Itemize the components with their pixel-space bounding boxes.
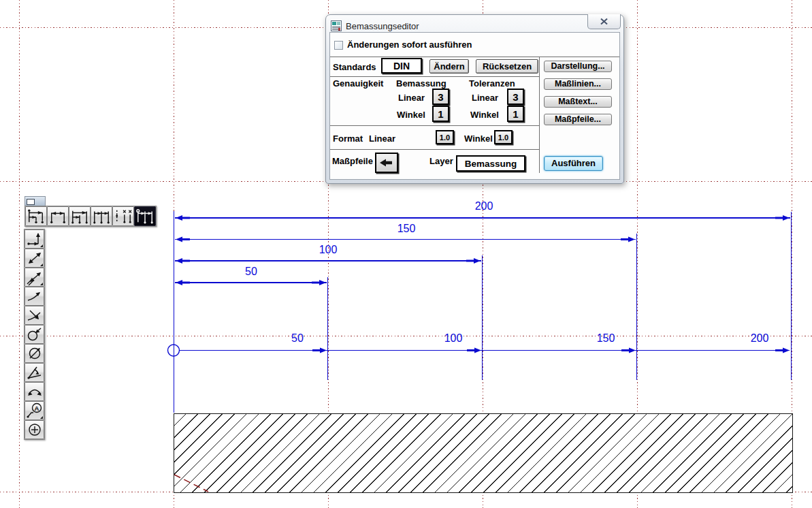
format-winkel-value[interactable]: 1.0 [494, 130, 513, 144]
radius-to-circle-icon [26, 326, 44, 343]
tool-arc-dimension-button[interactable] [25, 382, 44, 401]
format-linear-label: Linear [369, 133, 395, 144]
toleranzen-linear-value[interactable]: 3 [507, 89, 524, 105]
winkel-label: Winkel [397, 110, 425, 120]
datum-dimension-icon [26, 208, 46, 225]
flyout-indicator [40, 416, 43, 419]
ruecksetzen-button[interactable]: Rücksetzen [476, 59, 538, 74]
dimension-text[interactable]: 50 [291, 333, 304, 344]
masspfeile-label: Maßpfeile [332, 156, 373, 166]
separator [539, 57, 540, 173]
dimension-text[interactable]: 150 [397, 223, 416, 234]
dimension-text[interactable]: 200 [751, 333, 769, 344]
center-mark-icon [26, 421, 44, 439]
running-dimension-icon [135, 208, 155, 225]
aendern-button[interactable]: Ändern [429, 59, 469, 74]
genauigkeit-label: Genauigkeit [333, 78, 383, 89]
dialog-app-icon [331, 20, 342, 31]
close-icon [600, 18, 608, 25]
arc-dimension-icon [26, 383, 44, 400]
tool-crossed-radius-button[interactable] [25, 306, 44, 325]
separator [330, 57, 619, 57]
apply-immediately-checkbox[interactable] [334, 41, 343, 50]
dimension-text[interactable]: 200 [475, 201, 493, 212]
extension-lines[interactable] [174, 211, 792, 413]
bemassung-linear-value[interactable]: 3 [432, 89, 449, 105]
flyout-indicator [40, 283, 43, 285]
diameter-dimension-icon [26, 345, 44, 362]
format-label: Format [333, 133, 363, 144]
separator [330, 149, 539, 150]
close-button[interactable] [587, 14, 621, 29]
crossed-radius-icon [26, 306, 44, 324]
separator [330, 76, 539, 77]
tool-center-mark-button[interactable] [25, 420, 44, 439]
svg-text:A: A [34, 404, 39, 412]
dimension-toolbar: A [24, 229, 45, 440]
bemassung-winkel-value[interactable]: 1 [432, 106, 449, 122]
toleranzen-column-label: Toleranzen [469, 78, 515, 89]
tool-ordinate-dimension-button[interactable] [112, 206, 134, 226]
tool-datum-dimension-button[interactable] [25, 206, 47, 226]
layer-label: Layer [429, 156, 453, 166]
flyout-window-icon [27, 199, 35, 205]
linear-label: Linear [398, 93, 425, 103]
baseline-dimension-icon [69, 208, 90, 225]
ausfuehren-button[interactable]: Ausführen [544, 156, 603, 171]
dialog-title: Bemassungseditor [346, 21, 419, 31]
masslinien-button[interactable]: Maßlinien... [544, 78, 612, 90]
masspfeile-dialog-button[interactable]: Maßpfeile... [544, 114, 612, 125]
dialog-client-area: Änderungen sofort ausführen Standards DI… [329, 32, 620, 180]
darstellung-button[interactable]: Darstellung... [544, 61, 612, 72]
standards-label: Standards [333, 62, 376, 72]
tool-tangent-radius-button[interactable] [25, 287, 44, 306]
bemassung-column-label: Bemassung [396, 78, 446, 89]
dimension-text[interactable]: 100 [444, 333, 463, 344]
tool-corner-dimension-button[interactable] [25, 229, 44, 249]
dimension-text[interactable]: 150 [597, 333, 615, 344]
dimension-text[interactable]: 100 [319, 244, 338, 255]
dimension-flyout-toolbar [25, 206, 157, 227]
toleranzen-winkel-value[interactable]: 1 [507, 106, 524, 122]
dimension-text[interactable]: 50 [245, 266, 257, 277]
linear-label: Linear [472, 93, 498, 103]
tool-running-dimension-button-selected[interactable] [134, 206, 156, 226]
tangent-radius-icon [26, 287, 44, 305]
separator [330, 125, 539, 126]
masspfeile-arrow-button[interactable] [375, 153, 398, 173]
format-winkel-label: Winkel [464, 133, 493, 144]
tool-aligned-dimension-button[interactable] [25, 249, 44, 268]
format-linear-value[interactable]: 1.0 [436, 130, 454, 144]
left-arrow-icon [380, 159, 393, 167]
standards-din-button[interactable]: DIN [381, 58, 422, 74]
bemassungseditor-dialog: Bemassungseditor Änderungen sofort ausfü… [325, 14, 624, 184]
tool-perpendicular-dimension-button[interactable] [25, 268, 44, 287]
winkel-label: Winkel [470, 110, 499, 120]
tool-radius-to-circle-button[interactable] [25, 325, 44, 344]
angle-dimension-icon [26, 364, 44, 381]
tool-angle-dimension-button[interactable] [25, 363, 44, 382]
tool-label-annotation-button[interactable]: A [25, 401, 44, 420]
tool-single-dimension-button[interactable] [47, 206, 69, 226]
ordinate-dimension-icon [113, 208, 133, 225]
flyout-indicator [40, 264, 43, 266]
single-dimension-icon [48, 208, 68, 225]
tool-diameter-dimension-button[interactable] [25, 344, 44, 363]
chain-dimension-icon [91, 208, 112, 225]
flyout-indicator [40, 244, 43, 247]
apply-immediately-label: Änderungen sofort ausführen [347, 39, 472, 50]
construction-line[interactable] [174, 475, 208, 492]
tool-chain-dimension-button[interactable] [91, 206, 112, 226]
tool-baseline-dimension-button[interactable] [69, 206, 91, 226]
masstext-button[interactable]: Maßtext... [544, 96, 612, 108]
layer-value-button[interactable]: Bemassung [456, 155, 525, 172]
cad-workspace: 200 150 100 50 50 100 150 200 [0, 0, 812, 508]
